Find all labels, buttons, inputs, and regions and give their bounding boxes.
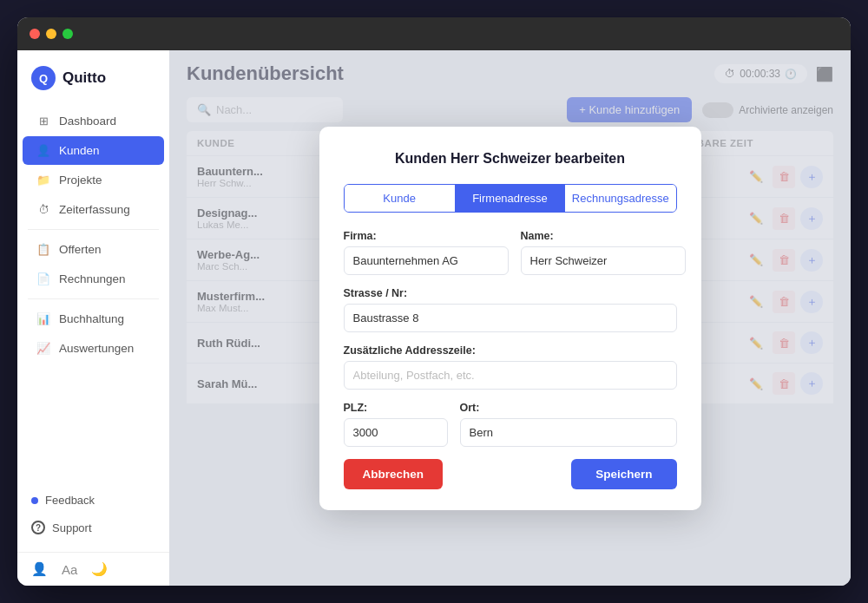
- logo-icon: Q: [31, 66, 56, 90]
- tab-rechnungsadresse[interactable]: Rechnungsadresse: [565, 185, 675, 212]
- sidebar-label-dashboard: Dashboard: [59, 115, 116, 128]
- zeiterfassung-icon: ⏱: [36, 203, 50, 216]
- name-label: Name:: [521, 230, 686, 242]
- sidebar-nav: ⊞ Dashboard 👤 Kunden 📁 Projekte ⏱ Zeiter…: [17, 106, 169, 480]
- sidebar-item-projekte[interactable]: 📁 Projekte: [23, 166, 164, 194]
- close-button[interactable]: [30, 29, 40, 39]
- ort-label: Ort:: [460, 402, 677, 414]
- form-group-firma: Firma:: [344, 230, 509, 275]
- form-group-strasse: Strasse / Nr:: [344, 287, 677, 332]
- sidebar-item-feedback[interactable]: Feedback: [17, 487, 169, 514]
- sidebar-label-rechnungen: Rechnungen: [59, 272, 126, 285]
- language-icon[interactable]: Aa: [62, 562, 77, 577]
- sidebar-item-support[interactable]: ? Support: [17, 514, 169, 541]
- rechnungen-icon: 📄: [36, 272, 50, 285]
- modal-overlay: Kunden Herr Schweizer bearbeiten Kunde F…: [169, 50, 851, 586]
- tab-firmenadresse[interactable]: Firmenadresse: [455, 185, 565, 212]
- plz-label: PLZ:: [344, 402, 448, 414]
- modal-title: Kunden Herr Schweizer bearbeiten: [344, 151, 677, 167]
- sidebar-label-feedback: Feedback: [45, 494, 95, 507]
- minimize-button[interactable]: [46, 29, 56, 39]
- sidebar-item-auswertungen[interactable]: 📈 Auswertungen: [23, 334, 164, 363]
- form-row-plz-ort: PLZ: Ort:: [344, 402, 677, 447]
- modal-footer: Abbrechen Speichern: [344, 459, 677, 489]
- modal-tabs: Kunde Firmenadresse Rechnungsadresse: [344, 184, 677, 213]
- support-icon: ?: [31, 521, 45, 534]
- sidebar-divider-2: [28, 298, 159, 299]
- sidebar-item-kunden[interactable]: 👤 Kunden: [23, 136, 164, 165]
- tab-kunde[interactable]: Kunde: [345, 185, 455, 212]
- sidebar-label-auswertungen: Auswertungen: [59, 342, 134, 355]
- maximize-button[interactable]: [62, 29, 73, 39]
- sidebar: Q Quitto ⊞ Dashboard 👤 Kunden 📁 Projekte…: [17, 50, 169, 586]
- cancel-button[interactable]: Abbrechen: [344, 459, 444, 489]
- sidebar-item-zeiterfassung[interactable]: ⏱ Zeiterfassung: [23, 195, 164, 224]
- ort-input[interactable]: [460, 418, 677, 447]
- sidebar-label-projekte: Projekte: [59, 174, 102, 187]
- app-logo: Q Quitto: [17, 57, 169, 106]
- form-row-firma-name: Firma: Name:: [344, 230, 677, 275]
- sidebar-divider: [28, 229, 159, 230]
- form-group-name: Name:: [521, 230, 686, 275]
- user-icon[interactable]: 👤: [31, 561, 48, 577]
- form-group-ort: Ort:: [460, 402, 677, 447]
- zusatz-input[interactable]: [344, 361, 677, 390]
- strasse-label: Strasse / Nr:: [344, 287, 677, 299]
- offerten-icon: 📋: [36, 243, 50, 256]
- feedback-dot-icon: [31, 497, 38, 504]
- theme-icon[interactable]: 🌙: [91, 561, 108, 577]
- content-area: Kundenübersicht ⏱ 00:00:33 🕐 ⬛ 🔍 Nach...: [169, 50, 851, 586]
- sidebar-label-offerten: Offerten: [59, 243, 102, 256]
- strasse-input[interactable]: [344, 304, 677, 332]
- sidebar-label-support: Support: [52, 521, 92, 534]
- save-button[interactable]: Speichern: [571, 459, 676, 489]
- auswertungen-icon: 📈: [36, 342, 50, 355]
- projekte-icon: 📁: [36, 174, 50, 187]
- kunden-icon: 👤: [36, 144, 50, 157]
- firma-label: Firma:: [344, 230, 509, 242]
- zusatz-label: Zusätzliche Addresszeile:: [344, 344, 677, 357]
- form-row-zusatz: Zusätzliche Addresszeile:: [344, 344, 677, 390]
- sidebar-item-buchhaltung[interactable]: 📊 Buchhaltung: [23, 305, 164, 333]
- name-input[interactable]: [521, 246, 686, 275]
- sidebar-label-buchhaltung: Buchhaltung: [59, 312, 124, 325]
- title-bar: [17, 17, 851, 50]
- sidebar-bottom: Feedback ? Support: [17, 480, 169, 552]
- form-row-strasse: Strasse / Nr:: [344, 287, 677, 332]
- sidebar-label-kunden: Kunden: [59, 144, 100, 157]
- form-group-zusatz: Zusätzliche Addresszeile:: [344, 344, 677, 390]
- sidebar-item-offerten[interactable]: 📋 Offerten: [23, 235, 164, 264]
- plz-input[interactable]: [344, 418, 448, 447]
- traffic-lights: [30, 29, 73, 39]
- sidebar-user-controls: 👤 Aa 🌙: [17, 552, 169, 586]
- sidebar-label-zeiterfassung: Zeiterfassung: [59, 203, 130, 216]
- firma-input[interactable]: [344, 246, 509, 275]
- form-group-plz: PLZ:: [344, 402, 448, 447]
- edit-customer-modal: Kunden Herr Schweizer bearbeiten Kunde F…: [319, 127, 701, 510]
- app-name: Quitto: [62, 69, 106, 87]
- sidebar-item-dashboard[interactable]: ⊞ Dashboard: [23, 107, 164, 135]
- dashboard-icon: ⊞: [36, 115, 50, 128]
- buchhaltung-icon: 📊: [36, 312, 50, 325]
- sidebar-item-rechnungen[interactable]: 📄 Rechnungen: [23, 265, 164, 293]
